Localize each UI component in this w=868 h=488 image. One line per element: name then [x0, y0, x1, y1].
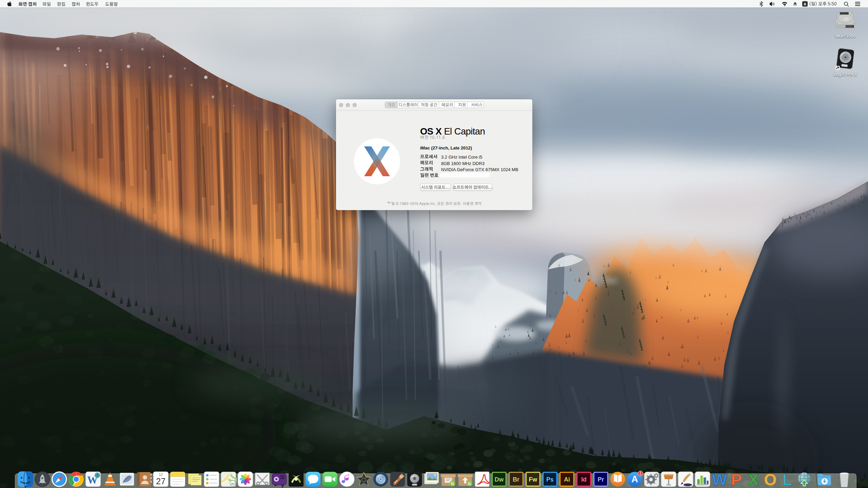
svg-text:G: G	[451, 482, 454, 486]
svg-text:A: A	[804, 2, 806, 6]
svg-text:L: L	[782, 471, 792, 488]
svg-text:1: 1	[639, 471, 642, 475]
svg-text:Ps: Ps	[546, 476, 554, 483]
svg-text:W: W	[712, 471, 727, 488]
svg-text:O: O	[764, 471, 776, 488]
svg-text:3D: 3D	[231, 482, 235, 486]
svg-text:27: 27	[156, 476, 165, 486]
svg-text:G: G	[468, 482, 471, 486]
svg-text:12: 12	[159, 473, 163, 476]
svg-text:Fw: Fw	[529, 476, 537, 483]
svg-text:Pr: Pr	[598, 476, 604, 483]
svg-text:Br: Br	[513, 476, 519, 483]
svg-text:X: X	[748, 471, 759, 488]
svg-text:Dw: Dw	[495, 476, 504, 483]
svg-text:Ai: Ai	[564, 476, 570, 483]
svg-text:P: P	[731, 471, 742, 488]
svg-text:A: A	[631, 474, 638, 484]
svg-text:Id: Id	[581, 476, 587, 483]
